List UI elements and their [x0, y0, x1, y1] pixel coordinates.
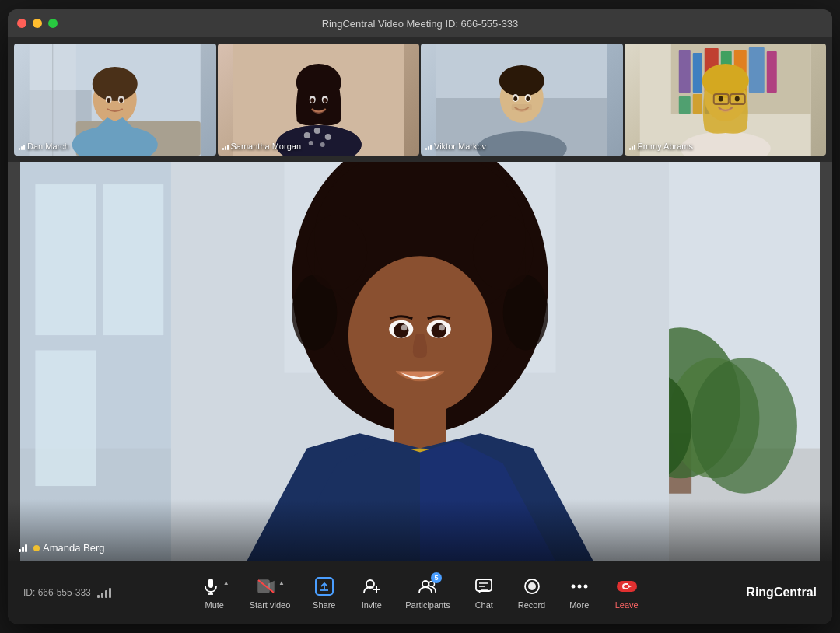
svg-point-39 — [499, 65, 544, 96]
main-speaker-label: Amanda Berg — [43, 542, 105, 554]
leave-label: Leave — [615, 600, 639, 610]
svg-rect-68 — [35, 184, 96, 335]
toolbar-left: ID: 666-555-333 — [23, 587, 148, 598]
main-speaker-name: Amanda Berg — [19, 542, 105, 554]
app-window: RingCentral Video Meeting ID: 666-555-33… — [8, 9, 832, 624]
svg-point-105 — [422, 581, 429, 587]
traffic-lights — [17, 19, 58, 28]
leave-icon — [616, 575, 638, 597]
svg-point-94 — [307, 215, 368, 290]
signal-strength — [97, 587, 111, 598]
svg-rect-69 — [35, 350, 96, 486]
main-video: Amanda Berg — [8, 162, 832, 561]
share-icon — [313, 575, 335, 597]
chat-label: Chat — [475, 600, 493, 610]
svg-point-34 — [323, 98, 327, 103]
svg-rect-107 — [476, 579, 492, 591]
svg-point-42 — [513, 96, 517, 101]
svg-rect-54 — [678, 96, 690, 114]
thumbnail-dan-march[interactable]: Dan March — [14, 44, 216, 156]
svg-rect-48 — [692, 53, 702, 93]
thumbnail-emmy-name: Emmy Abrams — [629, 142, 694, 151]
close-button[interactable] — [17, 19, 26, 28]
svg-point-33 — [310, 98, 314, 103]
svg-point-14 — [93, 67, 138, 101]
leave-button[interactable]: Leave — [605, 571, 648, 614]
thumbnail-viktor-name: Viktor Markov — [425, 142, 486, 151]
main-content: Dan March — [8, 37, 832, 624]
mute-label: Mute — [205, 600, 223, 610]
toolbar-center: ▲ Mute ▲ — [192, 571, 648, 614]
more-label: More — [569, 600, 589, 610]
svg-point-27 — [308, 141, 313, 145]
speaker-active-dot — [33, 545, 40, 551]
record-icon — [521, 575, 543, 597]
participants-button[interactable]: 5 Participants — [397, 571, 457, 614]
svg-point-43 — [526, 96, 530, 101]
signal-viktor — [425, 142, 432, 150]
svg-point-63 — [718, 96, 723, 102]
mute-chevron: ▲ — [223, 579, 229, 586]
svg-rect-55 — [692, 94, 702, 114]
more-button[interactable]: More — [558, 571, 600, 614]
thumbnails-row: Dan March — [8, 37, 832, 162]
mute-button[interactable]: ▲ Mute — [192, 571, 237, 614]
share-label: Share — [313, 600, 335, 610]
svg-rect-52 — [748, 47, 764, 93]
toolbar-right: RingCentral — [692, 586, 817, 600]
participants-badge: 5 — [431, 572, 442, 583]
mic-icon — [200, 575, 222, 597]
window-title: RingCentral Video Meeting ID: 666-555-33… — [322, 18, 519, 30]
invite-button[interactable]: Invite — [350, 571, 393, 614]
chat-button[interactable]: Chat — [463, 571, 506, 614]
chat-icon — [473, 575, 495, 597]
signal-samantha — [222, 142, 229, 150]
invite-icon — [361, 575, 383, 597]
record-button[interactable]: Record — [510, 571, 553, 614]
svg-rect-53 — [766, 51, 776, 93]
svg-point-25 — [313, 128, 320, 134]
svg-point-91 — [439, 324, 445, 330]
svg-rect-115 — [617, 581, 637, 592]
thumbnail-emmy-abrams[interactable]: Emmy Abrams — [625, 44, 827, 156]
start-video-label: Start video — [250, 600, 291, 610]
svg-point-18 — [119, 98, 123, 103]
svg-point-114 — [583, 585, 587, 589]
svg-point-28 — [320, 142, 324, 147]
signal-emmy — [629, 142, 635, 150]
svg-rect-47 — [678, 50, 690, 93]
thumbnail-viktor-markov[interactable]: Viktor Markov — [421, 44, 623, 156]
svg-point-95 — [473, 215, 534, 290]
more-icon — [569, 575, 590, 597]
svg-point-64 — [734, 96, 739, 102]
svg-point-111 — [528, 582, 536, 590]
signal-amanda — [19, 544, 27, 552]
thumbnail-samantha-morgan[interactable]: Samantha Morgan — [218, 44, 420, 156]
participants-icon-wrap: 5 — [417, 575, 439, 597]
maximize-button[interactable] — [48, 19, 58, 28]
start-video-button[interactable]: ▲ Start video — [242, 571, 299, 614]
svg-point-112 — [571, 585, 575, 589]
svg-point-90 — [401, 324, 408, 330]
svg-rect-96 — [208, 579, 213, 588]
svg-point-17 — [107, 98, 110, 103]
signal-dan — [19, 142, 25, 150]
thumbnail-dan-name: Dan March — [19, 142, 69, 151]
svg-point-26 — [324, 134, 331, 140]
svg-rect-44 — [512, 104, 532, 110]
titlebar: RingCentral Video Meeting ID: 666-555-33… — [8, 9, 832, 37]
svg-point-75 — [691, 358, 797, 494]
brand-logo: RingCentral — [746, 586, 817, 600]
svg-rect-70 — [103, 184, 164, 335]
video-icon-group: ▲ — [255, 575, 285, 597]
video-chevron: ▲ — [278, 579, 285, 586]
thumbnail-samantha-name: Samantha Morgan — [222, 142, 302, 151]
record-label: Record — [518, 600, 545, 610]
svg-point-88 — [394, 323, 408, 338]
svg-point-113 — [577, 585, 581, 589]
participants-label: Participants — [405, 600, 450, 610]
video-icon — [255, 575, 277, 597]
minimize-button[interactable] — [33, 19, 42, 28]
toolbar: ID: 666-555-333 — [8, 561, 832, 624]
share-button[interactable]: Share — [303, 571, 345, 614]
